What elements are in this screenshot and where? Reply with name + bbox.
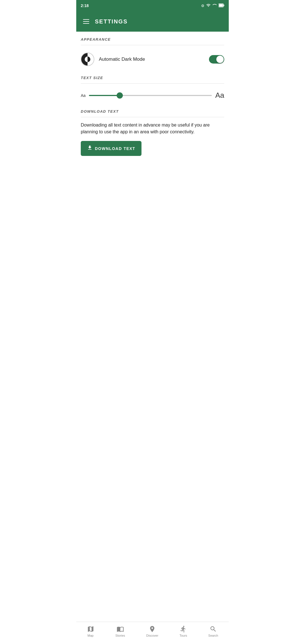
- text-size-section: TEXT SIZE Aa Aa: [81, 76, 224, 103]
- tours-icon: [180, 625, 187, 633]
- status-time: 2:18: [81, 3, 89, 8]
- settings-content: APPEARANCE Automatic Dark Mode TEXT SIZE…: [76, 32, 229, 202]
- appearance-section: APPEARANCE Automatic Dark Mode: [81, 37, 224, 69]
- slider-fill: [89, 95, 120, 96]
- signal-icon: [212, 3, 217, 8]
- nav-map[interactable]: Map: [84, 624, 98, 638]
- settings-status-icon: ⚙: [201, 4, 204, 8]
- download-btn-label: DOWNLOAD TEXT: [95, 146, 135, 151]
- status-icons: ⚙: [201, 3, 224, 8]
- download-icon: [87, 145, 93, 152]
- stories-icon: [117, 625, 124, 633]
- text-size-slider-container[interactable]: [89, 91, 212, 100]
- download-text-button[interactable]: DOWNLOAD TEXT: [81, 141, 141, 156]
- nav-map-label: Map: [88, 634, 93, 637]
- text-size-row: Aa Aa: [81, 88, 224, 103]
- download-text-label: DOWNLOAD TEXT: [81, 109, 224, 114]
- download-text-divider: [81, 117, 224, 117]
- page-title: SETTINGS: [95, 18, 128, 25]
- nav-discover-label: Discover: [146, 634, 158, 637]
- nav-search[interactable]: Search: [205, 624, 222, 638]
- text-size-small-label: Aa: [81, 93, 86, 98]
- download-text-section: DOWNLOAD TEXT Downloading all text conte…: [81, 109, 224, 156]
- menu-button[interactable]: [81, 17, 91, 26]
- hamburger-icon: [83, 19, 89, 24]
- nav-discover[interactable]: Discover: [143, 624, 162, 638]
- battery-icon: [219, 3, 224, 8]
- text-size-large-label: Aa: [215, 91, 224, 100]
- dark-mode-label: Automatic Dark Mode: [99, 56, 209, 62]
- appearance-divider: [81, 45, 224, 45]
- discover-icon: [149, 625, 156, 633]
- search-icon: [210, 625, 217, 633]
- nav-tours-label: Tours: [180, 634, 187, 637]
- header: SETTINGS: [76, 11, 229, 32]
- status-bar: 2:18 ⚙: [76, 0, 229, 11]
- text-size-divider: [81, 83, 224, 84]
- nav-stories[interactable]: Stories: [112, 624, 128, 638]
- wifi-icon: [206, 3, 211, 8]
- map-icon: [87, 625, 94, 633]
- nav-search-label: Search: [208, 634, 218, 637]
- svg-rect-1: [224, 5, 225, 6]
- dark-mode-row: Automatic Dark Mode: [81, 50, 224, 69]
- dark-mode-icon: [81, 53, 94, 66]
- appearance-label: APPEARANCE: [81, 37, 224, 42]
- dark-mode-toggle[interactable]: [209, 55, 224, 64]
- download-description: Downloading all text content in advance …: [81, 122, 224, 135]
- bottom-nav: Map Stories Discover Tours Search: [76, 622, 229, 644]
- nav-tours[interactable]: Tours: [176, 624, 191, 638]
- nav-stories-label: Stories: [116, 634, 125, 637]
- slider-track: [89, 95, 212, 96]
- svg-rect-2: [219, 4, 223, 6]
- text-size-label: TEXT SIZE: [81, 76, 224, 80]
- slider-thumb[interactable]: [117, 92, 123, 99]
